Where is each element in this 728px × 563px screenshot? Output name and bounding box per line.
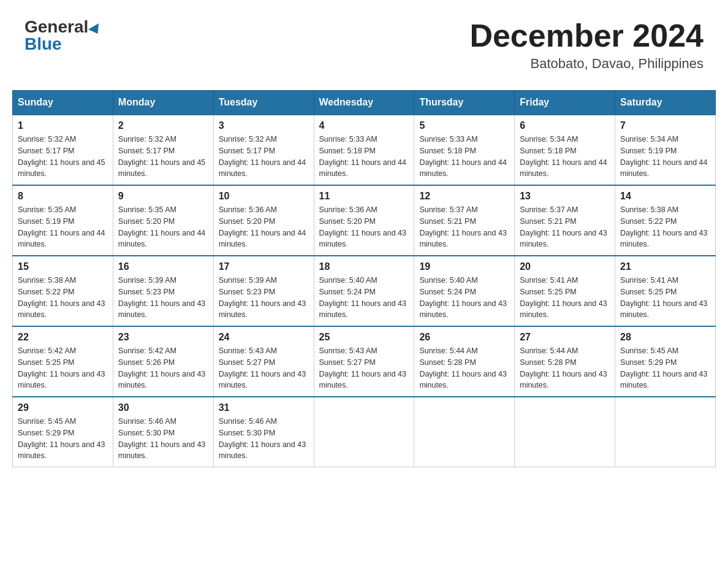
calendar-header-saturday: Saturday [615,91,716,115]
daylight-label: Daylight: 11 hours and 44 minutes. [118,229,205,249]
daylight-label: Daylight: 11 hours and 43 minutes. [620,299,707,320]
day-info: Sunrise: 5:43 AM Sunset: 5:27 PM Dayligh… [219,345,309,391]
day-info: Sunrise: 5:35 AM Sunset: 5:20 PM Dayligh… [118,204,208,250]
sunset-label: Sunset: 5:17 PM [219,147,275,155]
sunset-label: Sunset: 5:19 PM [18,217,74,226]
sunrise-label: Sunrise: 5:38 AM [18,276,76,285]
calendar-week-row: 8 Sunrise: 5:35 AM Sunset: 5:19 PM Dayli… [13,185,716,256]
day-info: Sunrise: 5:39 AM Sunset: 5:23 PM Dayligh… [118,275,208,321]
day-number: 5 [419,120,509,131]
daylight-label: Daylight: 11 hours and 45 minutes. [118,158,205,178]
daylight-label: Daylight: 11 hours and 44 minutes. [319,158,406,178]
day-number: 31 [219,402,309,413]
calendar-cell: 3 Sunrise: 5:32 AM Sunset: 5:17 PM Dayli… [213,115,314,185]
day-number: 22 [18,332,108,343]
daylight-label: Daylight: 11 hours and 43 minutes. [118,440,205,461]
calendar-cell: 8 Sunrise: 5:35 AM Sunset: 5:19 PM Dayli… [13,185,113,256]
calendar-cell: 5 Sunrise: 5:33 AM Sunset: 5:18 PM Dayli… [414,115,515,185]
sunrise-label: Sunrise: 5:33 AM [319,135,377,144]
day-number: 4 [319,120,409,131]
calendar-header-wednesday: Wednesday [314,91,414,115]
day-info: Sunrise: 5:45 AM Sunset: 5:29 PM Dayligh… [18,416,108,462]
day-number: 24 [219,332,309,343]
daylight-label: Daylight: 11 hours and 43 minutes. [520,299,607,320]
day-info: Sunrise: 5:42 AM Sunset: 5:25 PM Dayligh… [18,345,108,391]
sunrise-label: Sunrise: 5:43 AM [319,347,377,355]
day-number: 30 [118,402,208,413]
calendar-week-row: 22 Sunrise: 5:42 AM Sunset: 5:25 PM Dayl… [13,326,716,397]
calendar-cell: 20 Sunrise: 5:41 AM Sunset: 5:25 PM Dayl… [515,256,615,326]
sunset-label: Sunset: 5:18 PM [520,147,576,155]
day-number: 25 [319,332,409,343]
sunrise-label: Sunrise: 5:46 AM [219,417,277,426]
sunrise-label: Sunrise: 5:34 AM [520,135,578,144]
sunset-label: Sunset: 5:29 PM [620,358,677,367]
daylight-label: Daylight: 11 hours and 43 minutes. [118,299,205,320]
calendar-cell: 9 Sunrise: 5:35 AM Sunset: 5:20 PM Dayli… [113,185,213,256]
sunrise-label: Sunrise: 5:35 AM [18,205,76,214]
sunrise-label: Sunrise: 5:40 AM [319,276,377,285]
calendar-cell: 26 Sunrise: 5:44 AM Sunset: 5:28 PM Dayl… [414,326,515,397]
sunset-label: Sunset: 5:25 PM [18,358,74,367]
calendar-cell: 7 Sunrise: 5:34 AM Sunset: 5:19 PM Dayli… [615,115,716,185]
day-number: 16 [118,261,208,272]
day-number: 10 [219,191,309,202]
daylight-label: Daylight: 11 hours and 43 minutes. [319,370,406,390]
sunset-label: Sunset: 5:27 PM [219,358,275,367]
day-info: Sunrise: 5:46 AM Sunset: 5:30 PM Dayligh… [219,416,309,462]
page-header: General Blue December 2024 Batobato, Dav… [12,12,716,78]
day-info: Sunrise: 5:41 AM Sunset: 5:25 PM Dayligh… [520,275,610,321]
sunset-label: Sunset: 5:17 PM [118,147,175,155]
sunrise-label: Sunrise: 5:45 AM [18,417,76,426]
sunrise-label: Sunrise: 5:38 AM [620,205,678,214]
calendar-cell [314,397,414,467]
calendar-header-monday: Monday [113,91,213,115]
calendar-cell: 14 Sunrise: 5:38 AM Sunset: 5:22 PM Dayl… [615,185,716,256]
sunrise-label: Sunrise: 5:32 AM [118,135,176,144]
day-info: Sunrise: 5:38 AM Sunset: 5:22 PM Dayligh… [620,204,710,250]
day-info: Sunrise: 5:33 AM Sunset: 5:18 PM Dayligh… [419,134,509,180]
day-number: 21 [620,261,710,272]
day-number: 12 [419,191,509,202]
daylight-label: Daylight: 11 hours and 43 minutes. [620,370,707,390]
day-info: Sunrise: 5:36 AM Sunset: 5:20 PM Dayligh… [219,204,309,250]
calendar-header-tuesday: Tuesday [213,91,314,115]
calendar-cell: 10 Sunrise: 5:36 AM Sunset: 5:20 PM Dayl… [213,185,314,256]
calendar-cell: 30 Sunrise: 5:46 AM Sunset: 5:30 PM Dayl… [113,397,213,467]
sunset-label: Sunset: 5:23 PM [118,288,175,296]
sunrise-label: Sunrise: 5:45 AM [620,347,678,355]
sunrise-label: Sunrise: 5:37 AM [419,205,477,214]
calendar-cell: 6 Sunrise: 5:34 AM Sunset: 5:18 PM Dayli… [515,115,615,185]
daylight-label: Daylight: 11 hours and 44 minutes. [219,158,306,178]
calendar-cell: 24 Sunrise: 5:43 AM Sunset: 5:27 PM Dayl… [213,326,314,397]
calendar-cell [615,397,716,467]
calendar-cell: 25 Sunrise: 5:43 AM Sunset: 5:27 PM Dayl… [314,326,414,397]
calendar-header-sunday: Sunday [13,91,113,115]
calendar-cell: 17 Sunrise: 5:39 AM Sunset: 5:23 PM Dayl… [213,256,314,326]
sunset-label: Sunset: 5:21 PM [419,217,476,226]
calendar-header-thursday: Thursday [414,91,515,115]
calendar-week-row: 29 Sunrise: 5:45 AM Sunset: 5:29 PM Dayl… [13,397,716,467]
sunrise-label: Sunrise: 5:41 AM [620,276,678,285]
calendar-cell: 21 Sunrise: 5:41 AM Sunset: 5:25 PM Dayl… [615,256,716,326]
sunrise-label: Sunrise: 5:43 AM [219,347,277,355]
daylight-label: Daylight: 11 hours and 43 minutes. [319,299,406,320]
calendar-header-row: SundayMondayTuesdayWednesdayThursdayFrid… [13,91,716,115]
sunset-label: Sunset: 5:26 PM [118,358,175,367]
calendar-week-row: 1 Sunrise: 5:32 AM Sunset: 5:17 PM Dayli… [13,115,716,185]
calendar-cell [515,397,615,467]
day-number: 14 [620,191,710,202]
calendar-cell: 15 Sunrise: 5:38 AM Sunset: 5:22 PM Dayl… [13,256,113,326]
sunrise-label: Sunrise: 5:40 AM [419,276,477,285]
sunset-label: Sunset: 5:30 PM [118,429,175,437]
sunrise-label: Sunrise: 5:46 AM [118,417,176,426]
sunset-label: Sunset: 5:22 PM [18,288,74,296]
calendar-cell: 2 Sunrise: 5:32 AM Sunset: 5:17 PM Dayli… [113,115,213,185]
calendar-header-friday: Friday [515,91,615,115]
day-info: Sunrise: 5:38 AM Sunset: 5:22 PM Dayligh… [18,275,108,321]
calendar-cell: 28 Sunrise: 5:45 AM Sunset: 5:29 PM Dayl… [615,326,716,397]
sunrise-label: Sunrise: 5:36 AM [319,205,377,214]
calendar-cell: 23 Sunrise: 5:42 AM Sunset: 5:26 PM Dayl… [113,326,213,397]
day-info: Sunrise: 5:35 AM Sunset: 5:19 PM Dayligh… [18,204,108,250]
daylight-label: Daylight: 11 hours and 44 minutes. [419,158,506,178]
